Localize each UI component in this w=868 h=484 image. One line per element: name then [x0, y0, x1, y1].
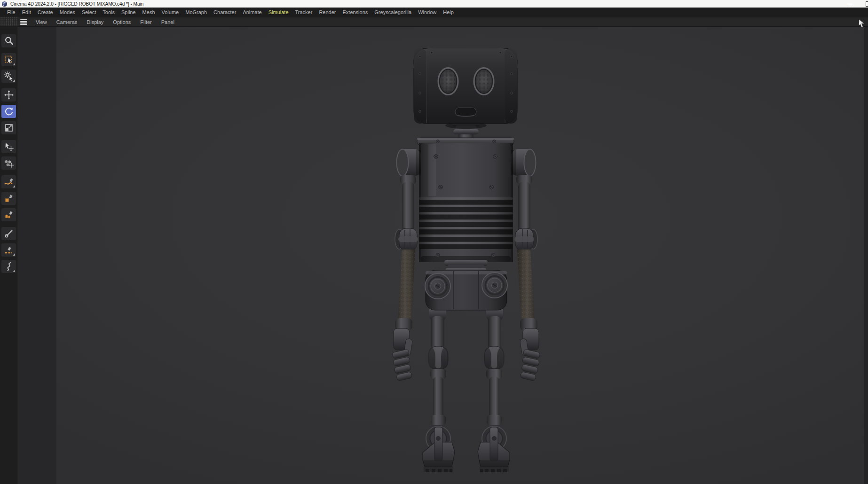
menu-item-greyscalegorilla[interactable]: Greyscalegorilla [371, 9, 415, 15]
robot-torso [417, 138, 514, 262]
viewport-menu-bar: ViewCamerasDisplayOptionsFilterPanel [0, 17, 868, 27]
measure-tool[interactable] [1, 227, 16, 240]
rectangle-select-tool[interactable] [1, 53, 16, 66]
menu-item-render[interactable]: Render [316, 9, 339, 15]
tweak-tool[interactable] [1, 70, 16, 83]
robot-right-leg [478, 306, 510, 472]
menu-item-view[interactable]: View [31, 19, 52, 25]
tool-group [0, 227, 17, 273]
menu-item-character[interactable]: Character [210, 9, 239, 15]
magnifier-icon [4, 36, 14, 46]
main-area [0, 27, 868, 484]
objects-move-icon [4, 158, 14, 168]
robot-left-eye [438, 68, 458, 95]
tool-group [0, 34, 17, 47]
main-menu-items: FileEditCreateModesSelectToolsSplineMesh… [4, 9, 457, 15]
tool-group [0, 53, 17, 83]
tool-group [0, 88, 17, 134]
main-menu-bar: FileEditCreateModesSelectToolsSplineMesh… [0, 8, 868, 17]
spline-smooth-tool[interactable] [1, 260, 16, 273]
right-edge-panel [864, 27, 868, 484]
move-arrows-icon [4, 90, 14, 100]
pen-square-icon [4, 193, 14, 203]
pen-cubes-icon [4, 210, 14, 220]
squiggle-icon [4, 261, 14, 272]
menu-item-help[interactable]: Help [440, 9, 457, 15]
sketch-spline-tool[interactable] [1, 175, 16, 188]
cinema4d-logo-icon [2, 1, 7, 7]
menu-item-cameras[interactable]: Cameras [52, 19, 82, 25]
multi-object-move-tool[interactable] [1, 156, 16, 170]
rectangle-spline-tool[interactable] [1, 192, 16, 205]
robot-right-arm [511, 149, 542, 381]
marquee-select-icon [4, 55, 14, 65]
robot-right-hip-disc [482, 273, 507, 298]
robot-left-leg [423, 306, 455, 472]
pen-wave-icon [4, 177, 14, 187]
select-move-tool[interactable] [1, 140, 16, 153]
tool-palette [0, 27, 17, 484]
empty-dock-panel [17, 27, 56, 484]
needle-icon [4, 228, 14, 239]
menu-item-panel[interactable]: Panel [157, 19, 179, 25]
menu-item-select[interactable]: Select [79, 9, 100, 15]
robot-head [414, 48, 517, 129]
gear-cursor-icon [4, 71, 14, 81]
tool-group [0, 140, 17, 170]
scale-tool[interactable] [1, 121, 16, 134]
minimize-button[interactable]: — [844, 0, 855, 7]
menu-item-animate[interactable]: Animate [239, 9, 265, 15]
menu-item-simulate[interactable]: Simulate [265, 9, 292, 15]
palette-grip-dots[interactable] [0, 17, 17, 26]
menu-item-edit[interactable]: Edit [19, 9, 34, 15]
tool-group [0, 175, 17, 221]
cursor-move-icon [4, 141, 14, 152]
viewport-hamburger-icon[interactable] [20, 19, 27, 25]
robot-model[interactable] [388, 45, 548, 482]
zoom-tool[interactable] [1, 34, 16, 47]
menu-item-file[interactable]: File [4, 9, 19, 15]
robot-right-eye [474, 68, 494, 95]
rotate-arrows-icon [4, 106, 14, 117]
robot-left-hip-disc [425, 273, 450, 299]
menu-item-mograph[interactable]: MoGraph [182, 9, 210, 15]
cube-primitive-tool[interactable] [1, 208, 16, 221]
viewport-menu-items: ViewCamerasDisplayOptionsFilterPanel [31, 19, 179, 25]
menu-item-display[interactable]: Display [82, 19, 108, 25]
window-title: Cinema 4D 2024.2.0 - [RIGGED ROBOT MIXAM… [10, 1, 143, 7]
robot-left-arm [391, 149, 422, 381]
maximize-button[interactable] [866, 1, 868, 7]
menu-item-spline[interactable]: Spline [118, 9, 139, 15]
menu-item-filter[interactable]: Filter [135, 19, 156, 25]
menu-item-tools[interactable]: Tools [99, 9, 118, 15]
scale-icon [4, 123, 14, 133]
menu-item-options[interactable]: Options [108, 19, 135, 25]
menu-item-window[interactable]: Window [415, 9, 440, 15]
perspective-viewport[interactable] [56, 27, 864, 484]
menu-item-extensions[interactable]: Extensions [339, 9, 371, 15]
move-tool[interactable] [1, 88, 16, 101]
robot-mouth [455, 108, 476, 117]
window-title-bar: Cinema 4D 2024.2.0 - [RIGGED ROBOT MIXAM… [0, 0, 868, 8]
rotate-tool[interactable] [1, 105, 16, 118]
robot-pelvis [425, 270, 507, 310]
menu-item-volume[interactable]: Volume [158, 9, 182, 15]
menu-item-modes[interactable]: Modes [56, 9, 79, 15]
menu-item-tracker[interactable]: Tracker [292, 9, 316, 15]
menu-item-mesh[interactable]: Mesh [139, 9, 158, 15]
dashed-spline-tool[interactable] [1, 243, 16, 257]
pen-dash-icon [4, 245, 14, 255]
menu-item-create[interactable]: Create [34, 9, 56, 15]
